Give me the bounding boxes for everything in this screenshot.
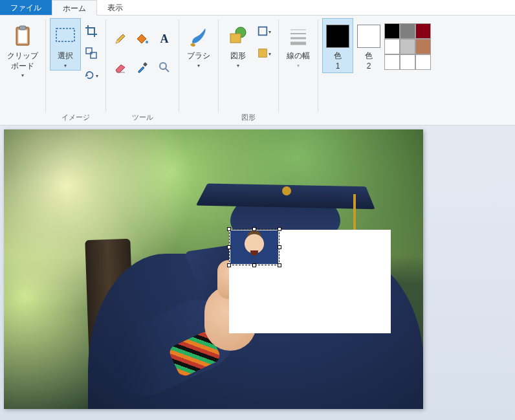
stroke-label: 線の幅 [287,51,310,61]
color2-label: 色 2 [365,51,373,71]
group-stroke: 線の幅 ▾ [279,16,318,125]
fill-icon [257,47,268,60]
shapes-button[interactable]: 図形 ▾ [223,18,254,71]
resize-handle[interactable] [278,227,281,231]
select-label: 選択 [58,51,73,61]
group-brushes: ブラシ ▾ [179,16,218,125]
resize-icon [85,47,98,60]
menu-tabs: ファイル ホーム 表示 [0,0,515,16]
svg-rect-11 [259,27,267,36]
group-label-shapes: 図形 [219,113,278,122]
crop-button[interactable] [83,23,99,39]
text-tool[interactable]: A [157,31,172,47]
group-label-image: イメージ [46,113,105,122]
group-shapes: 図形 ▾ ▾ ▾ 図形 [219,16,278,125]
rotate-button[interactable]: ▾ [83,67,99,83]
bucket-icon [136,32,149,45]
fill-tool[interactable] [135,31,150,47]
chevron-down-icon: ▾ [268,29,271,35]
workspace [0,126,515,415]
select-icon [54,25,77,48]
resize-handle[interactable] [252,263,256,267]
pasted-image [230,230,278,264]
color1-label: 色 1 [334,51,342,71]
resize-handle[interactable] [227,245,231,249]
chevron-down-icon: ▾ [21,72,24,78]
resize-handle[interactable] [252,227,256,231]
tab-view[interactable]: 表示 [97,0,133,15]
chevron-down-icon: ▾ [64,63,67,69]
text-icon: A [160,32,169,46]
color2-swatch [357,25,380,48]
svg-rect-7 [143,62,148,67]
palette-swatch[interactable] [384,23,400,39]
eraser-icon [114,61,127,74]
resize-handle[interactable] [278,263,281,267]
eraser-tool[interactable] [113,60,128,75]
group-clipboard: クリップ ボード ▾ [0,16,45,125]
tab-file[interactable]: ファイル [0,0,52,15]
palette-swatch[interactable] [415,23,431,39]
palette-swatch[interactable] [384,54,400,70]
palette-swatch[interactable] [415,39,431,54]
grad-cap-button [282,186,291,195]
svg-rect-10 [230,34,241,43]
resize-button[interactable] [83,45,99,61]
canvas[interactable] [4,129,423,409]
selection-marquee[interactable] [229,229,279,265]
magnifier-icon [158,61,171,74]
svg-rect-2 [19,26,26,30]
svg-rect-3 [56,28,74,41]
chevron-down-icon: ▾ [268,51,271,57]
outline-icon [257,25,268,38]
ribbon: クリップ ボード ▾ 選択 ▾ [0,16,515,126]
zoom-tool[interactable] [157,60,172,75]
shapes-label: 図形 [230,51,246,61]
lines-icon [287,25,310,48]
pencil-tool[interactable] [113,31,128,47]
pencil-icon [114,32,127,45]
clipboard-label: クリップ ボード [7,51,38,71]
chevron-down-icon: ▾ [96,73,98,79]
brushes-label: ブラシ [187,51,210,61]
tab-home[interactable]: ホーム [52,0,97,16]
palette-swatch[interactable] [384,39,400,54]
group-label-tools: ツール [106,113,179,122]
svg-rect-12 [259,49,267,58]
group-colors: 色 1 色 2 [318,16,435,125]
rotate-icon [84,69,95,82]
palette-swatch[interactable] [400,54,415,70]
svg-point-8 [160,63,166,69]
chevron-down-icon: ▾ [237,63,239,69]
chevron-down-icon: ▾ [197,63,200,69]
clipboard-icon [11,25,34,48]
color2-button[interactable]: 色 2 [353,18,384,73]
shapes-icon [226,25,250,48]
chevron-down-icon: ▾ [297,63,300,69]
brushes-button[interactable]: ブラシ ▾ [183,18,214,71]
crop-icon [85,25,98,38]
brush-icon [187,25,210,48]
svg-rect-1 [18,30,27,43]
outline-button[interactable]: ▾ [256,23,272,39]
eyedropper-icon [136,61,149,74]
color1-button[interactable]: 色 1 [322,18,353,73]
stroke-width-button[interactable]: 線の幅 ▾ [283,18,314,71]
palette-swatch[interactable] [400,23,415,39]
group-tools: A ツール [106,16,179,125]
group-image: 選択 ▾ ▾ イメージ [46,16,105,125]
color1-swatch [326,25,349,48]
svg-point-6 [146,41,148,43]
palette-swatch[interactable] [400,39,415,54]
fillshape-button[interactable]: ▾ [256,45,272,61]
clipboard-button[interactable]: クリップ ボード ▾ [4,18,41,80]
resize-handle[interactable] [278,245,281,249]
color-palette [384,18,431,70]
resize-handle[interactable] [227,263,231,267]
palette-swatch[interactable] [415,54,431,70]
picker-tool[interactable] [135,60,150,75]
resize-handle[interactable] [227,227,231,231]
select-button[interactable]: 選択 ▾ [50,18,81,71]
